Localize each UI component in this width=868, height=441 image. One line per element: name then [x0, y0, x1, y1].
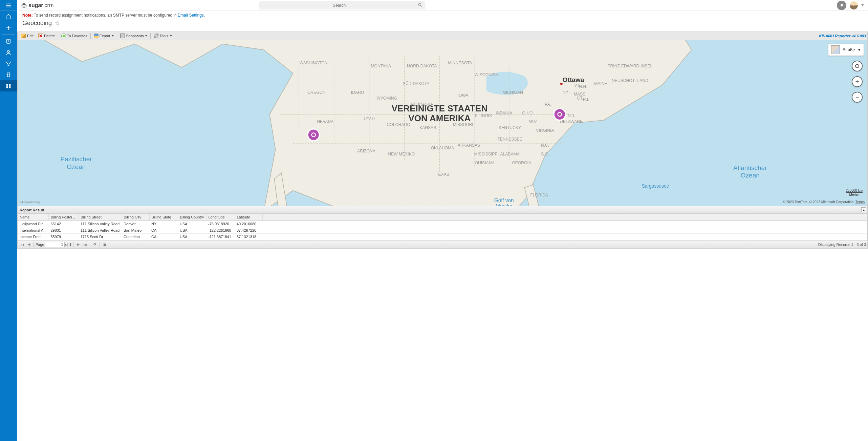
map-canvas[interactable]: Pazifischer Ozean Atlantischer Ozean Gol…	[18, 40, 867, 206]
svg-text:COLORADO: COLORADO	[387, 122, 410, 127]
to-favorites-button[interactable]: To Favorites	[59, 33, 89, 39]
edit-button[interactable]: Edit	[19, 33, 36, 39]
svg-text:FLORIDA: FLORIDA	[530, 193, 548, 197]
favorite-star-icon[interactable]	[55, 21, 60, 26]
col-country[interactable]: Billing Country	[178, 214, 206, 221]
svg-text:Ottawa: Ottawa	[563, 76, 584, 83]
col-state[interactable]: Billing State	[149, 214, 178, 221]
user-menu-caret[interactable]	[861, 4, 864, 6]
svg-text:W.V.: W.V.	[529, 120, 537, 124]
user-avatar[interactable]	[850, 1, 858, 9]
menu-toggle[interactable]	[0, 0, 17, 11]
map-copyright: © 2023 TomTom, © 2023 Microsoft Corporat…	[783, 200, 865, 204]
svg-text:PA.: PA.	[545, 102, 551, 107]
map-marker-west[interactable]	[308, 129, 320, 141]
svg-text:Sargassosee: Sargassosee	[642, 183, 669, 189]
svg-text:Pazifischer: Pazifischer	[61, 155, 92, 163]
svg-text:PRINZ-EDWARD-INSEL: PRINZ-EDWARD-INSEL	[608, 64, 653, 68]
map-terms-link[interactable]: Terms	[855, 200, 865, 204]
delete-button[interactable]: Delete	[36, 33, 57, 39]
nav-home[interactable]	[0, 11, 17, 22]
map-scale: 250500 km Meilen	[846, 189, 863, 196]
svg-text:VIRGINIA: VIRGINIA	[536, 128, 554, 133]
svg-text:NEVADA: NEVADA	[317, 120, 334, 124]
col-street[interactable]: Billing Street	[79, 214, 122, 221]
grid-header-row: Name Billing Postal ... Billing Street B…	[18, 214, 867, 221]
nav-reports[interactable]	[0, 80, 17, 91]
svg-text:ILLINOIS: ILLINOIS	[475, 113, 492, 118]
nav-opportunities[interactable]	[0, 69, 17, 80]
svg-text:IOWA: IOWA	[458, 93, 469, 98]
pager-input[interactable]	[45, 242, 65, 247]
pager-label: Page	[36, 243, 44, 247]
svg-text:VEREINIGTE STAATEN: VEREINIGTE STAATEN	[392, 103, 487, 113]
table-row[interactable]: Income Free I...559791715 Scott DrCupert…	[18, 234, 867, 240]
notice-suffix: .	[204, 13, 205, 18]
svg-text:S.C.: S.C.	[541, 152, 549, 156]
svg-text:ARKANSAS: ARKANSAS	[458, 143, 480, 148]
report-grid: Name Billing Postal ... Billing Street B…	[17, 214, 868, 240]
map-type-thumb	[831, 45, 840, 54]
export-button[interactable]: Export	[92, 33, 116, 39]
pager-first[interactable]: ⏮	[19, 241, 25, 248]
nav-accounts[interactable]	[0, 36, 17, 47]
nav-filter[interactable]	[0, 58, 17, 69]
pager-prev[interactable]: ◀	[26, 241, 32, 248]
svg-text:MINNESOTA: MINNESOTA	[448, 61, 472, 65]
map-zoom-in-button[interactable]: +	[852, 76, 863, 87]
svg-text:N.J.: N.J.	[568, 113, 575, 118]
pager-export[interactable]: 🗎	[102, 241, 108, 248]
table-row[interactable]: Hollywood Din...65142111 Silicon Valley …	[18, 221, 867, 227]
map-marker-east[interactable]	[554, 108, 566, 120]
panel-collapse-button[interactable]: ▴	[861, 207, 866, 212]
notifications-button[interactable]	[837, 1, 846, 10]
tools-button[interactable]: Tools	[152, 33, 174, 39]
reporter-version: KINAMU Reporter v4.6.003	[819, 34, 866, 38]
svg-text:N.C.: N.C.	[541, 143, 549, 148]
map-locate-button[interactable]	[852, 61, 863, 71]
svg-text:R.I.: R.I.	[583, 97, 589, 102]
nav-contacts[interactable]	[0, 47, 17, 58]
col-postal[interactable]: Billing Postal ...	[49, 214, 79, 221]
svg-point-1	[7, 50, 9, 52]
pager: ⏮ ◀ Page of 1 ▶ ⏭ ⟳ 🗎 Displaying Records…	[17, 240, 868, 249]
svg-rect-5	[9, 86, 11, 88]
topbar: sugarcrm	[17, 0, 868, 11]
svg-text:ARIZONA: ARIZONA	[357, 149, 376, 153]
svg-text:NORD-DAKOTA: NORD-DAKOTA	[407, 64, 437, 68]
map-type-selector[interactable]: Straße ▼	[828, 44, 864, 56]
svg-rect-4	[6, 86, 8, 88]
svg-text:TEXAS: TEXAS	[436, 172, 449, 177]
pager-next[interactable]: ▶	[75, 241, 81, 248]
svg-text:NEUSCHOTTLAND: NEUSCHOTTLAND	[612, 78, 648, 83]
table-row[interactable]: International A...29801111 Silicon Valle…	[18, 227, 867, 234]
col-latitude[interactable]: Latitude	[235, 214, 262, 221]
svg-rect-2	[6, 84, 8, 86]
search-input[interactable]	[259, 1, 425, 9]
app-logo[interactable]: sugarcrm	[21, 2, 53, 8]
map-zoom-out-button[interactable]: −	[852, 92, 863, 103]
svg-text:IDAHO: IDAHO	[351, 90, 364, 95]
svg-text:MISSISSIPPI: MISSISSIPPI	[474, 152, 499, 156]
svg-text:Ozean: Ozean	[741, 172, 760, 179]
svg-text:NEBRASKA: NEBRASKA	[411, 102, 433, 107]
pager-refresh[interactable]: ⟳	[92, 241, 98, 248]
svg-text:Atlantischer: Atlantischer	[733, 164, 767, 171]
email-settings-link[interactable]: Email Settings	[178, 13, 204, 18]
nav-create[interactable]	[0, 22, 17, 33]
col-city[interactable]: Billing City	[122, 214, 149, 221]
logo-text-bold: sugar	[28, 2, 43, 8]
svg-point-98	[312, 133, 315, 136]
col-longitude[interactable]: Longitude	[206, 214, 235, 221]
svg-text:OREGON: OREGON	[307, 90, 326, 95]
map-type-label: Straße	[843, 47, 855, 52]
map-viewport[interactable]: Pazifischer Ozean Atlantischer Ozean Gol…	[17, 40, 868, 206]
panel-title: Report Result	[20, 208, 44, 212]
svg-text:NY: NY	[563, 90, 568, 95]
svg-text:CT.: CT.	[577, 96, 583, 101]
favorite-icon	[61, 34, 66, 38]
pager-last[interactable]: ⏭	[82, 241, 88, 248]
snapshots-button[interactable]: Snapshots	[118, 33, 149, 39]
svg-point-22	[560, 83, 563, 85]
col-name[interactable]: Name	[18, 214, 49, 221]
